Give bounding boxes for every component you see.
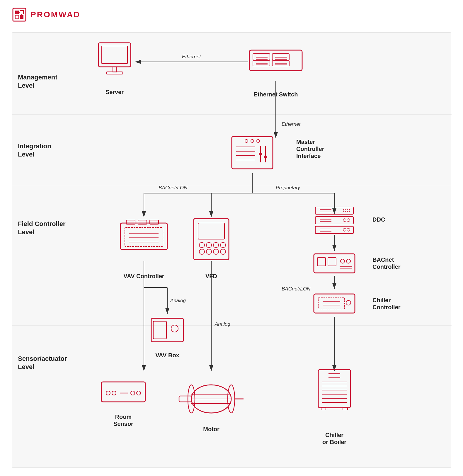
svg-rect-79 (315, 226, 353, 234)
svg-text:Level: Level (18, 82, 34, 89)
svg-rect-54 (150, 220, 159, 224)
bacnet-controller-icon (314, 254, 355, 273)
svg-point-83 (347, 228, 350, 231)
analog-label-1: Analog (170, 298, 186, 303)
sensor-actuator-level-label: Sensor/actuator (18, 355, 67, 362)
svg-point-72 (343, 209, 346, 212)
svg-point-61 (199, 242, 205, 248)
svg-rect-86 (328, 258, 336, 266)
svg-point-77 (343, 219, 346, 222)
svg-text:Level: Level (18, 228, 34, 236)
svg-rect-46 (259, 153, 262, 155)
svg-text:or Boiler: or Boiler (322, 439, 346, 445)
master-controller-label: Master (296, 139, 315, 145)
svg-point-64 (199, 249, 205, 254)
svg-text:Interface: Interface (296, 153, 321, 159)
management-level-label: Management (18, 74, 57, 81)
room-sensor-label: Room (115, 414, 132, 420)
svg-rect-1 (15, 11, 19, 14)
vav-box-label: VAV Box (155, 352, 179, 358)
ddc-label: DDC (372, 216, 385, 223)
server-label: Server (105, 89, 124, 95)
svg-rect-4 (20, 15, 23, 19)
svg-rect-53 (138, 220, 147, 224)
svg-point-63 (213, 242, 219, 248)
svg-text:Controller: Controller (372, 304, 401, 310)
vav-box-icon (151, 318, 183, 342)
svg-point-66 (213, 249, 219, 254)
svg-point-102 (106, 391, 110, 395)
bacnet-lon-label-1: BACnet/LON (159, 185, 188, 191)
svg-rect-19 (102, 46, 127, 64)
motor-label: Motor (203, 426, 219, 432)
svg-point-40 (257, 140, 260, 142)
svg-rect-74 (315, 217, 353, 224)
bacnet-lon-label-2: BACnet/LON (282, 286, 311, 292)
svg-point-38 (245, 140, 248, 142)
bacnet-controller-label: BACnet (372, 256, 394, 263)
svg-rect-116 (318, 370, 350, 408)
field-controller-level-label: Field Controller (18, 220, 66, 227)
integration-level-label: Integration (18, 142, 51, 150)
svg-rect-92 (314, 294, 355, 313)
svg-rect-37 (232, 137, 273, 169)
logo-text: PROMWAD (30, 10, 80, 19)
svg-rect-52 (126, 220, 135, 224)
svg-point-105 (131, 391, 135, 395)
svg-point-103 (112, 391, 116, 395)
svg-rect-99 (153, 321, 166, 339)
svg-point-82 (343, 228, 346, 231)
svg-rect-2 (20, 11, 23, 14)
promwad-logo-icon (12, 7, 27, 22)
svg-text:Sensor: Sensor (113, 421, 133, 427)
svg-text:Controller: Controller (296, 146, 324, 152)
svg-rect-101 (101, 382, 145, 402)
svg-rect-30 (272, 54, 289, 60)
svg-point-73 (347, 209, 350, 212)
svg-rect-48 (264, 156, 267, 158)
room-sensor-icon (101, 382, 145, 402)
svg-point-78 (347, 219, 350, 222)
svg-point-39 (251, 140, 254, 142)
chiller-boiler-icon (318, 370, 350, 410)
chiller-controller-label: Chiller (372, 297, 391, 303)
ethernet-switch-icon (249, 50, 302, 71)
svg-point-106 (137, 391, 141, 395)
svg-point-100 (171, 325, 178, 332)
svg-rect-98 (151, 318, 183, 342)
analog-label-2: Analog (215, 321, 230, 327)
svg-rect-0 (13, 8, 26, 21)
svg-point-62 (206, 242, 212, 248)
svg-text:Controller: Controller (372, 264, 401, 270)
svg-point-88 (346, 259, 350, 263)
ethernet-label-2: Ethernet (282, 121, 301, 127)
vav-controller-icon (120, 220, 167, 249)
diagram-svg: Management Level Integration Level Field… (12, 33, 452, 466)
svg-rect-51 (120, 223, 167, 249)
proprietary-label: Proprietary (276, 185, 301, 191)
svg-rect-93 (318, 298, 345, 309)
svg-rect-23 (253, 54, 270, 60)
svg-rect-18 (98, 43, 131, 67)
svg-point-87 (341, 259, 345, 263)
svg-rect-3 (15, 15, 19, 19)
svg-point-65 (206, 249, 212, 254)
svg-point-96 (346, 300, 351, 305)
svg-text:Level: Level (18, 151, 34, 158)
architecture-diagram: Management Level Integration Level Field… (12, 32, 451, 468)
svg-rect-60 (198, 223, 224, 239)
header: PROMWAD (0, 0, 463, 29)
svg-rect-20 (113, 67, 116, 72)
ethernet-label-1: Ethernet (182, 54, 201, 59)
svg-rect-55 (125, 227, 163, 246)
chiller-controller-icon (314, 294, 355, 313)
svg-text:Level: Level (18, 363, 34, 370)
motor-icon (179, 385, 244, 413)
master-controller-icon (232, 137, 273, 169)
server-icon (98, 43, 131, 74)
svg-point-67 (220, 242, 226, 248)
chiller-boiler-label: Chiller (325, 432, 343, 438)
svg-rect-85 (317, 258, 326, 266)
svg-rect-113 (179, 396, 191, 402)
svg-point-68 (220, 249, 226, 254)
